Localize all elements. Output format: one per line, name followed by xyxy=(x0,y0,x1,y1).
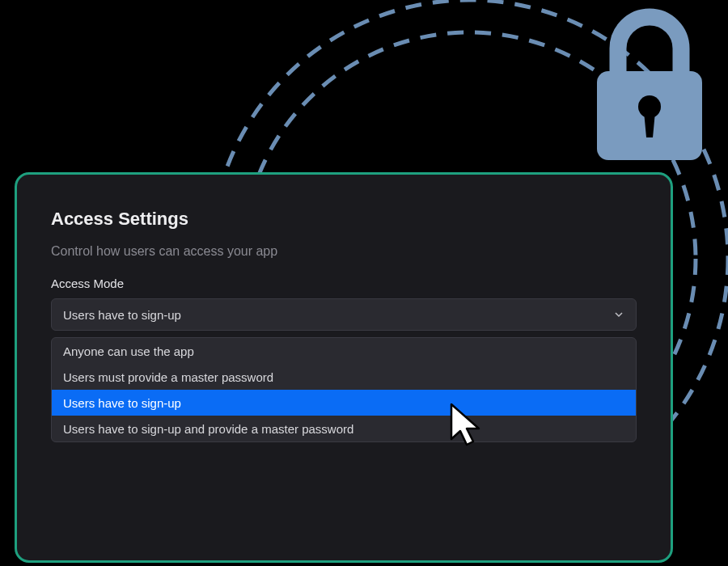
svg-point-3 xyxy=(638,95,661,118)
access-mode-option[interactable]: Users have to sign-up xyxy=(52,390,636,416)
access-mode-option[interactable]: Anyone can use the app xyxy=(52,338,636,364)
access-mode-option[interactable]: Users have to sign-up and provide a mast… xyxy=(52,416,636,441)
access-mode-select[interactable]: Users have to sign-up xyxy=(51,298,637,331)
access-settings-panel: Access Settings Control how users can ac… xyxy=(15,172,673,563)
access-mode-label: Access Mode xyxy=(51,277,637,290)
access-mode-selected-value: Users have to sign-up xyxy=(63,308,181,322)
access-mode-dropdown: Anyone can use the app Users must provid… xyxy=(51,337,637,442)
panel-subtitle: Control how users can access your app xyxy=(51,244,637,259)
lock-icon xyxy=(583,8,717,166)
access-mode-option[interactable]: Users must provide a master password xyxy=(52,364,636,390)
panel-title: Access Settings xyxy=(51,209,637,230)
chevron-down-icon xyxy=(613,309,624,320)
svg-rect-2 xyxy=(597,71,702,160)
